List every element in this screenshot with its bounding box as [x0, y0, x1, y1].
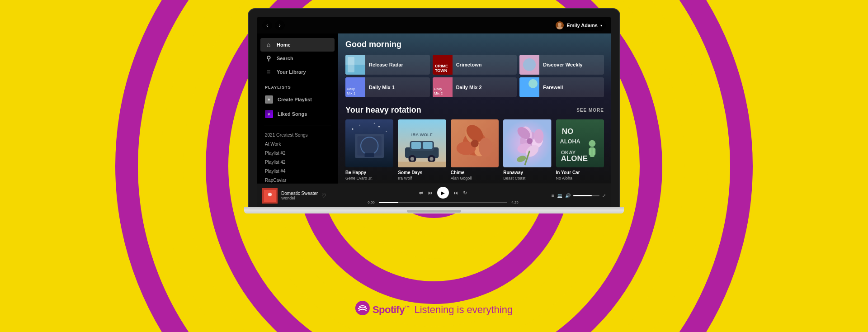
nav-arrows: ‹ › — [262, 20, 285, 30]
svg-point-41 — [430, 157, 434, 161]
svg-text:CRIME: CRIME — [435, 64, 448, 68]
quick-card-label: Crimetown — [456, 62, 482, 67]
volume-fill — [573, 195, 592, 196]
svg-point-16 — [523, 58, 536, 71]
sidebar-item-search[interactable]: ⚲ Search — [260, 52, 335, 65]
current-time: 0:00 — [366, 200, 376, 204]
playlist-item[interactable]: Playlist #2 — [265, 149, 330, 157]
quick-card-farewell[interactable]: Farewell — [519, 77, 604, 97]
see-more-button[interactable]: SEE MORE — [576, 108, 604, 113]
playlist-item[interactable]: 2021 Greatest Songs — [265, 131, 330, 139]
svg-rect-42 — [411, 142, 421, 149]
rotation-artist: Beast Coast — [503, 176, 551, 180]
previous-button[interactable]: ⏮ — [428, 190, 433, 195]
repeat-button[interactable]: ↻ — [463, 190, 467, 196]
sidebar-item-library[interactable]: ≡ Your Library — [260, 65, 335, 79]
progress-fill — [379, 202, 398, 203]
rotation-thumb-some-days: IRA WOLF — [398, 119, 446, 167]
search-icon: ⚲ — [265, 55, 272, 62]
back-button[interactable]: ‹ — [262, 20, 272, 30]
rotation-thumb-in-your-car: NO ALOHA OKAY ALONE — [556, 119, 604, 167]
next-button[interactable]: ⏭ — [453, 190, 458, 195]
svg-point-32 — [378, 126, 380, 127]
volume-bar[interactable] — [573, 195, 599, 196]
rotation-card-chime[interactable]: Chime Alan Gogoll — [451, 119, 499, 180]
spotify-icon — [355, 301, 370, 318]
playlist-item[interactable]: Playlist 42 — [265, 158, 330, 166]
svg-point-70 — [589, 140, 595, 147]
queue-icon[interactable]: ≡ — [552, 193, 554, 198]
svg-text:Mix 1: Mix 1 — [347, 91, 356, 95]
svg-point-77 — [355, 301, 370, 315]
svg-point-39 — [410, 157, 415, 161]
playlist-item[interactable]: RapCaviar — [265, 176, 330, 184]
rotation-artist: Ira Wolf — [398, 176, 446, 180]
playlist-list: 2021 Greatest Songs At Work Playlist #2 … — [257, 131, 338, 184]
volume-icon[interactable]: 🔊 — [565, 193, 571, 198]
rotation-card-some-days[interactable]: IRA WOLF Some Days Ira Wolf — [398, 119, 446, 180]
quick-access-grid: Release Radar CRIME TOWN Crimetown — [345, 55, 604, 97]
rotation-card-runaway[interactable]: Runaway Beast Coast — [503, 119, 551, 180]
forward-button[interactable]: › — [275, 20, 285, 30]
svg-point-76 — [268, 193, 272, 196]
shuffle-button[interactable]: ⇌ — [419, 190, 423, 196]
svg-rect-23 — [519, 77, 539, 97]
svg-point-60 — [534, 129, 543, 143]
rotation-artist: No Aloha — [556, 176, 604, 180]
playlist-item[interactable]: At Work — [265, 140, 330, 148]
quick-card-discover-weekly[interactable]: Discover Weekly — [519, 55, 604, 75]
fullscreen-icon[interactable]: ⤢ — [602, 193, 606, 198]
heart-icon: ♥ — [265, 110, 273, 118]
top-bar: ‹ › Emily Adams ▾ — [257, 17, 611, 33]
svg-point-24 — [528, 79, 538, 88]
svg-rect-11 — [348, 57, 354, 72]
quick-card-daily-mix-1[interactable]: Daily Mix 1 Daily Mix 1 — [345, 77, 430, 97]
rotation-title: Chime — [451, 170, 499, 175]
extra-controls: ≡ 💻 🔊 ⤢ — [552, 193, 606, 198]
rotation-thumb-runaway — [503, 119, 551, 167]
quick-card-thumb-daily-mix-2: Daily Mix 2 — [433, 77, 453, 97]
progress-track[interactable] — [379, 202, 507, 203]
liked-songs-label: Liked Songs — [278, 111, 307, 117]
sidebar: ⌂ Home ⚲ Search ≡ Your Library PLAYLISTS — [257, 33, 338, 184]
sidebar-label-home: Home — [277, 42, 291, 47]
devices-icon[interactable]: 💻 — [557, 193, 562, 198]
svg-rect-73 — [593, 148, 595, 155]
svg-text:IRA WOLF: IRA WOLF — [411, 132, 433, 137]
rotation-title: In Your Car — [556, 170, 604, 175]
sidebar-nav: ⌂ Home ⚲ Search ≡ Your Library — [257, 38, 338, 79]
create-playlist-button[interactable]: + Create Playlist — [260, 92, 335, 107]
quick-card-crimetown[interactable]: CRIME TOWN Crimetown — [433, 55, 517, 75]
track-artist: Wondel — [281, 196, 318, 200]
svg-point-53 — [471, 140, 478, 147]
quick-card-thumb-farewell — [519, 77, 539, 97]
playlist-item[interactable]: Playlist #4 — [265, 167, 330, 175]
spotify-branding: Spotify™ Listening is everything — [355, 301, 513, 318]
laptop-base — [244, 207, 624, 213]
create-playlist-label: Create Playlist — [278, 97, 312, 102]
rotation-artist: Gene Evaro Jr. — [345, 176, 393, 180]
play-pause-button[interactable]: ▶ — [437, 187, 449, 199]
svg-point-30 — [352, 128, 353, 130]
quick-card-daily-mix-2[interactable]: Daily Mix 2 Daily Mix 2 — [433, 77, 517, 97]
svg-point-7 — [558, 23, 561, 26]
quick-card-release-radar[interactable]: Release Radar — [345, 55, 430, 75]
quick-card-thumb-discover-weekly — [519, 55, 539, 75]
laptop-screen: ‹ › Emily Adams ▾ ⌂ — [257, 17, 611, 207]
sidebar-label-library: Your Library — [277, 69, 306, 75]
rotation-grid: Be Happy Gene Evaro Jr. — [345, 119, 604, 180]
user-menu[interactable]: Emily Adams ▾ — [554, 20, 606, 31]
chevron-down-icon: ▾ — [600, 24, 602, 28]
heart-button[interactable]: ♡ — [321, 193, 326, 199]
rotation-artist: Alan Gogoll — [451, 176, 499, 180]
svg-text:ALOHA: ALOHA — [560, 138, 580, 145]
rotation-card-be-happy[interactable]: Be Happy Gene Evaro Jr. — [345, 119, 393, 180]
svg-point-33 — [386, 131, 387, 132]
liked-songs-button[interactable]: ♥ Liked Songs — [260, 107, 335, 121]
svg-text:Daily: Daily — [434, 87, 442, 91]
playback-buttons: ⇌ ⏮ ▶ ⏭ ↻ — [419, 187, 467, 199]
rotation-card-in-your-car[interactable]: NO ALOHA OKAY ALONE — [556, 119, 604, 180]
heavy-rotation-header: Your heavy rotation SEE MORE — [345, 105, 604, 115]
svg-point-8 — [557, 26, 563, 29]
sidebar-item-home[interactable]: ⌂ Home — [260, 38, 335, 52]
